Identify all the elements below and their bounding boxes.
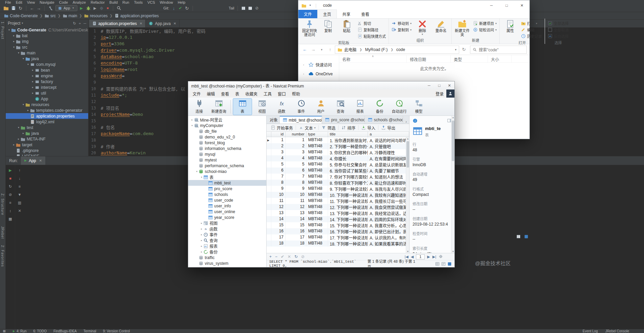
cell-a[interactable]: A. 四周的实际环境对我很 bbox=[368, 216, 409, 222]
ribbon-button-复制到[interactable]: 复制到▾ bbox=[391, 27, 413, 33]
cell-number[interactable]: 2 bbox=[286, 143, 306, 149]
connection-tree-item-year_score[interactable]: year_score bbox=[188, 214, 266, 220]
breadcrumb-item-3[interactable]: resources bbox=[84, 14, 108, 18]
grid-column-a[interactable]: a bbox=[368, 132, 409, 137]
cell-a[interactable]: A. 如果我看某事的活动， bbox=[368, 240, 409, 247]
cell-title[interactable]: 15. 下列哪一种说法较适合· bbox=[328, 222, 368, 228]
page-number-input[interactable] bbox=[416, 254, 425, 259]
cell-title[interactable]: 3. 你欣赏自己的哪种性格? bbox=[328, 149, 368, 155]
cell-number[interactable]: 8 bbox=[286, 180, 306, 186]
connection-tree-item-demo_edu_v2_0[interactable]: demo_edu_v2_0 bbox=[188, 134, 266, 140]
run-configuration-select[interactable]: App▾ bbox=[55, 5, 77, 11]
refresh-button[interactable]: ↻ bbox=[460, 47, 468, 52]
navicat-tool-报表[interactable]: 报表 bbox=[350, 98, 370, 115]
project-tree-item[interactable]: LICENSE bbox=[6, 153, 88, 156]
cell-title[interactable]: 2. 下列哪一种是你的一般生 bbox=[328, 143, 368, 149]
connection-tree-item-mbti_test[interactable]: mbti_test bbox=[188, 180, 266, 186]
grid-row-1[interactable]: ▶ 11MBTI481. 当你遇到新朋友时，你?A. 说话的时间与聆听时 bbox=[267, 137, 409, 143]
menu-item-2[interactable]: View bbox=[25, 0, 38, 4]
forbid-icon[interactable]: ⊘ bbox=[255, 6, 259, 10]
cell-id[interactable]: 6 bbox=[271, 168, 286, 174]
project-tree-item[interactable]: ▸ target bbox=[6, 142, 88, 148]
scroll-up-icon[interactable]: ▲ bbox=[451, 116, 454, 119]
connection-tree-item-函数[interactable]: ▸ fx函数 bbox=[188, 226, 266, 232]
grid-row-11[interactable]: 1111MBTI4811. 下列哪一种说法较适合·A. 我擅长订出一些可行的 bbox=[267, 198, 409, 204]
menu-item-4[interactable]: Code bbox=[57, 0, 70, 4]
cell-number[interactable]: 13 bbox=[286, 210, 306, 216]
project-tree-item[interactable]: ▾ com.mysql bbox=[6, 61, 88, 67]
grid-row-8[interactable]: 88MBTI488. 你较喜欢下列哪个工作?A. 能让你迅速和即时做出 bbox=[267, 180, 409, 186]
cell-id[interactable]: 8 bbox=[271, 180, 286, 186]
cell-title[interactable]: 10. 下列哪一种说法较适合· bbox=[328, 192, 368, 198]
cell-a[interactable]: A. 冷静而理性 bbox=[368, 149, 409, 155]
cell-id[interactable]: 15 bbox=[271, 222, 286, 228]
tool-window-stripe-1: Project[interactable]: 1: Project bbox=[1, 22, 4, 39]
tail-label[interactable]: Tail bbox=[229, 6, 234, 10]
column-header-0[interactable]: ∧名称 bbox=[339, 55, 407, 62]
cell-type[interactable]: MBTI48 bbox=[306, 186, 328, 192]
scroll-down-icon[interactable]: ▼ bbox=[406, 250, 409, 253]
grid-column-number[interactable]: number bbox=[286, 132, 306, 137]
breadcrumb-item-1[interactable]: src bbox=[45, 14, 56, 18]
project-tree-item[interactable]: C App bbox=[6, 96, 88, 102]
connection-tree-item-information_schema[interactable]: information_schema bbox=[188, 146, 266, 151]
stop-icon[interactable]: ■ bbox=[106, 6, 109, 10]
grid-row-9[interactable]: 99MBTI489. 下列哪一种说法较适合·A. 当我与友人尽兴后，我 bbox=[267, 186, 409, 192]
menu-item-12[interactable]: Help bbox=[175, 0, 188, 4]
cell-id[interactable]: 11 bbox=[271, 198, 286, 204]
settings-icon[interactable]: ▦ bbox=[8, 217, 12, 221]
cell-title[interactable]: 7. 你对下列哪方面较感兴趣 bbox=[328, 174, 368, 180]
ribbon-button-打开[interactable]: 打开▾ bbox=[520, 20, 543, 26]
cell-a[interactable]: A. 即使已出计划，我也喜 bbox=[368, 228, 409, 234]
tree-arrow-icon[interactable]: ▸ bbox=[200, 239, 203, 242]
ribbon-button-编辑[interactable]: 编辑 bbox=[520, 27, 543, 33]
project-panel-title[interactable]: Project bbox=[8, 21, 20, 26]
cell-a[interactable]: A. 能让你迅速和即时做出 bbox=[368, 180, 409, 186]
scroll-to-end-icon[interactable]: ▼ bbox=[18, 193, 22, 197]
menu-item-3[interactable]: Navigate bbox=[37, 0, 56, 4]
cell-type[interactable]: MBTI48 bbox=[306, 143, 328, 149]
connection-tree-item-virus_system[interactable]: virus_system bbox=[188, 260, 266, 266]
close-button[interactable]: ✕ bbox=[514, 0, 529, 10]
ribbon-button-全部取消[interactable]: 全部取消 bbox=[547, 27, 570, 33]
stop-icon[interactable]: ⊘ bbox=[301, 254, 304, 259]
navicat-menu-item-2[interactable]: 查看 bbox=[218, 91, 232, 97]
status-bar-item-0[interactable]: ▶4: Run bbox=[13, 329, 26, 333]
minimize-button[interactable]: ─ bbox=[424, 81, 434, 89]
tree-arrow-icon[interactable]: ▾ bbox=[17, 51, 21, 54]
grid-row-7[interactable]: 77MBTI487. 你对下列哪方面较感兴趣A. 知道别人的想法 bbox=[267, 174, 409, 180]
project-tree-item[interactable]: ▾ test bbox=[6, 125, 88, 130]
navicat-tool-事件[interactable]: 事件 bbox=[292, 98, 311, 115]
restart-icon[interactable]: ↻ bbox=[8, 185, 12, 188]
tree-arrow-icon[interactable]: ▸ bbox=[200, 245, 203, 248]
login-link[interactable]: 登录 bbox=[436, 91, 444, 97]
cell-title[interactable]: 16. 下列哪一种说法较适合· bbox=[328, 228, 368, 234]
menu-item-9[interactable]: Tools bbox=[131, 0, 145, 4]
cell-a[interactable]: A. 当我与友人尽兴后，我 bbox=[368, 186, 409, 192]
breadcrumb-item-0[interactable]: Code-Generate bbox=[4, 14, 38, 18]
grid-row-15[interactable]: 1515MBTI4815. 下列哪一种说法较适合·A. 我喜欢分析，心思缜密 bbox=[267, 222, 409, 228]
refresh-icon[interactable]: ↻ bbox=[73, 21, 76, 26]
object-tab-3[interactable]: schools @schoo... bbox=[365, 116, 403, 124]
refresh-icon[interactable]: ↻ bbox=[294, 254, 298, 259]
breadcrumb-item-4[interactable]: application.properties bbox=[115, 14, 159, 18]
discard-changes-icon[interactable]: ✕ bbox=[288, 254, 291, 259]
address-crumb-0[interactable]: 此电脑 bbox=[344, 47, 356, 52]
status-bar-item-2[interactable]: FindBugs-IDEA bbox=[53, 329, 77, 333]
close-icon[interactable]: ✕ bbox=[39, 159, 42, 162]
grid-row-5[interactable]: 55MBTI485. 你参与社交聚会时A. 总是能认识新朋友 bbox=[267, 161, 409, 168]
ribbon-button-反向选择[interactable]: 反向选择 bbox=[547, 33, 570, 39]
run-tab-app[interactable]: ▶ App ✕ bbox=[21, 156, 45, 165]
cell-number[interactable]: 5 bbox=[286, 161, 306, 168]
table-toolbar-文本[interactable]: A文本▾ bbox=[296, 125, 318, 131]
cell-id[interactable]: 14 bbox=[271, 216, 286, 222]
tree-arrow-icon[interactable]: ▸ bbox=[200, 222, 203, 225]
tree-arrow-icon[interactable]: ▸ bbox=[200, 251, 203, 253]
suspend-icon[interactable]: ⊘ bbox=[8, 193, 12, 197]
tree-arrow-icon[interactable]: ▸ bbox=[31, 74, 35, 77]
tree-arrow-icon[interactable]: ▾ bbox=[17, 126, 21, 129]
ribbon-button-粘贴快捷方式[interactable]: 粘贴快捷方式 bbox=[356, 33, 387, 39]
address-dropdown-icon[interactable]: ▾ bbox=[455, 48, 456, 51]
menu-item-7[interactable]: Build bbox=[107, 0, 120, 4]
cell-type[interactable]: MBTI48 bbox=[306, 240, 328, 247]
